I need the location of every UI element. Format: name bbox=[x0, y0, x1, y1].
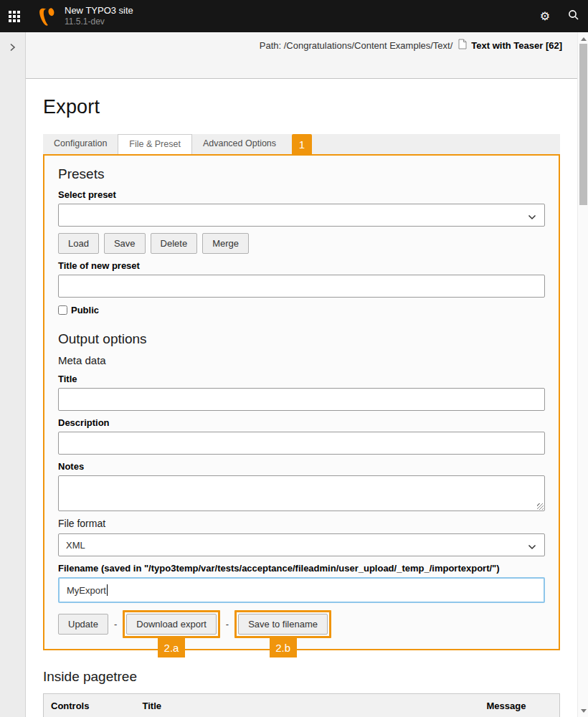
breadcrumb-page-title[interactable]: Text with Teaser [62] bbox=[471, 40, 562, 51]
page-title: Export bbox=[43, 96, 560, 118]
filename-label: Filename (saved in "/typo3temp/var/tests… bbox=[58, 563, 545, 574]
page-icon bbox=[458, 39, 467, 52]
output-options-heading: Output options bbox=[58, 331, 545, 347]
column-header-controls: Controls bbox=[44, 694, 136, 717]
breadcrumb: Path: /Congratulations/Content Examples/… bbox=[260, 40, 453, 51]
public-checkbox[interactable] bbox=[58, 305, 67, 315]
download-export-button[interactable]: Download export bbox=[126, 614, 217, 635]
scrollbar-thumb[interactable] bbox=[579, 44, 587, 205]
tab-advanced-options[interactable]: Advanced Options bbox=[192, 134, 287, 154]
save-to-filename-button[interactable]: Save to filename bbox=[238, 614, 328, 635]
search-button[interactable] bbox=[559, 0, 588, 32]
chevron-down-icon bbox=[528, 541, 536, 552]
site-title: New TYPO3 site bbox=[65, 6, 133, 16]
delete-button[interactable]: Delete bbox=[151, 233, 198, 254]
separator: - bbox=[114, 619, 117, 630]
file-preset-panel: Presets Select preset Load Save bbox=[43, 154, 560, 650]
update-button[interactable]: Update bbox=[58, 614, 108, 635]
meta-data-heading: Meta data bbox=[58, 354, 545, 366]
text-caret bbox=[107, 584, 108, 596]
tab-file-preset[interactable]: File & Preset bbox=[118, 134, 192, 154]
title-input[interactable] bbox=[58, 388, 545, 411]
annotation-badge-2b: 2.b bbox=[270, 637, 297, 657]
topbar: New TYPO3 site 11.5.1-dev ⚙ bbox=[0, 0, 588, 32]
filename-value: MyExport bbox=[67, 585, 106, 596]
annotation-frame-save: Save to filename 2.b bbox=[234, 610, 331, 638]
chevron-down-icon bbox=[528, 212, 536, 222]
sidebar-expand-button[interactable] bbox=[3, 38, 23, 58]
tabbar: Configuration File & Preset Advanced Opt… bbox=[43, 134, 560, 154]
select-preset-label: Select preset bbox=[58, 189, 545, 200]
search-icon bbox=[568, 9, 579, 23]
sidebar-collapsed bbox=[0, 32, 26, 717]
settings-button[interactable]: ⚙ bbox=[531, 0, 559, 32]
scroll-up-arrow[interactable] bbox=[578, 34, 588, 44]
inside-pagetree-heading: Inside pagetree bbox=[43, 669, 560, 685]
description-input[interactable] bbox=[58, 432, 545, 455]
chevron-right-icon bbox=[9, 43, 16, 54]
pagetree-table: Controls Title Message bbox=[43, 693, 560, 717]
annotation-badge-1: 1 bbox=[292, 134, 312, 154]
typo3-logo-icon bbox=[38, 7, 57, 26]
new-preset-title-input[interactable] bbox=[58, 275, 545, 298]
load-button[interactable]: Load bbox=[58, 233, 99, 254]
annotation-frame-download: Download export 2.a bbox=[123, 610, 220, 638]
site-version: 11.5.1-dev bbox=[65, 17, 133, 27]
description-label: Description bbox=[58, 417, 545, 428]
resize-handle[interactable] bbox=[537, 503, 544, 510]
site-info: New TYPO3 site 11.5.1-dev bbox=[65, 6, 133, 27]
preset-select[interactable] bbox=[58, 204, 545, 227]
column-header-message: Message bbox=[480, 694, 560, 717]
separator: - bbox=[226, 619, 229, 630]
column-header-title: Title bbox=[136, 694, 480, 717]
table-header-row: Controls Title Message bbox=[44, 694, 560, 717]
gear-icon: ⚙ bbox=[540, 11, 550, 22]
save-button[interactable]: Save bbox=[104, 233, 146, 254]
file-format-value: XML bbox=[66, 540, 85, 551]
public-label: Public bbox=[71, 305, 99, 315]
scroll-down-arrow[interactable] bbox=[578, 706, 588, 716]
filename-input[interactable]: MyExport bbox=[58, 577, 545, 603]
tab-configuration[interactable]: Configuration bbox=[43, 134, 118, 154]
docheader: Path: /Congratulations/Content Examples/… bbox=[26, 32, 577, 79]
file-format-label: File format bbox=[58, 518, 545, 530]
file-format-select[interactable]: XML bbox=[58, 533, 545, 556]
title-label: Title bbox=[58, 374, 545, 384]
notes-textarea[interactable] bbox=[58, 475, 545, 511]
module-menu-icon bbox=[9, 11, 20, 22]
new-preset-title-label: Title of new preset bbox=[58, 260, 545, 271]
merge-button[interactable]: Merge bbox=[202, 233, 249, 254]
annotation-badge-2a: 2.a bbox=[158, 637, 185, 657]
module-menu-button[interactable] bbox=[0, 0, 29, 32]
presets-heading: Presets bbox=[58, 166, 545, 182]
notes-label: Notes bbox=[58, 461, 545, 472]
scrollbar[interactable] bbox=[577, 32, 588, 717]
